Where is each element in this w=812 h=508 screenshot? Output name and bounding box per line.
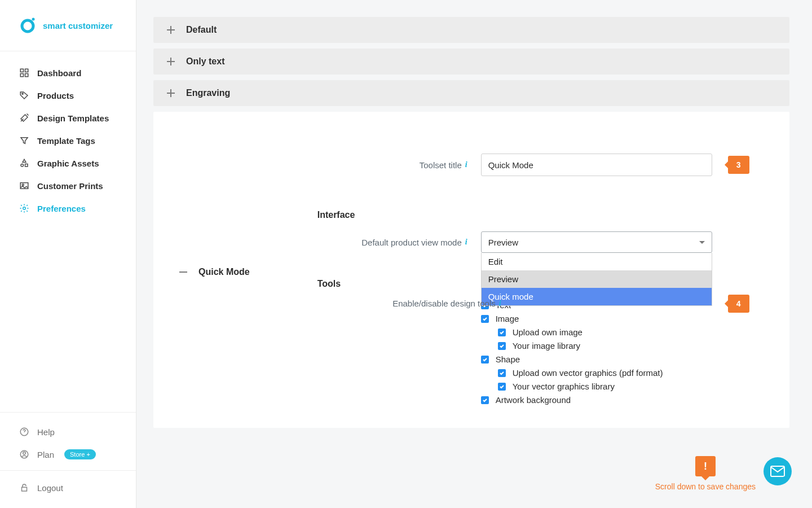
svg-point-10 (22, 184, 24, 186)
sidebar-item-preferences[interactable]: Preferences (0, 197, 136, 220)
plus-icon (166, 25, 176, 35)
lock-icon (19, 483, 29, 493)
check-your-image-library[interactable]: Your image library (498, 341, 712, 351)
image-icon (19, 181, 29, 191)
enable-tools-label: Enable/disable design tools i (340, 299, 515, 308)
sidebar-item-label: Template Tags (37, 136, 95, 146)
sidebar-item-label: Dashboard (37, 68, 81, 78)
sidebar-item-customer-prints[interactable]: Customer Prints (0, 174, 136, 197)
sidebar-item-graphic-assets[interactable]: Graphic Assets (0, 152, 136, 174)
tag-icon (19, 90, 29, 100)
sidebar-plan[interactable]: Plan Store + (0, 443, 136, 466)
dropdown-option-edit[interactable]: Edit (482, 253, 712, 270)
svg-point-1 (32, 18, 35, 21)
accordion-body: Toolset title i 3 Interface Default prod… (272, 120, 746, 420)
sidebar-item-template-tags[interactable]: Template Tags (0, 129, 136, 152)
svg-rect-15 (22, 487, 27, 491)
minus-icon (178, 267, 188, 277)
svg-point-14 (23, 452, 26, 455)
accordion-quick-mode: Quick Mode Toolset title i 3 Interface (153, 112, 789, 428)
toast-text: Scroll down to save changes (655, 482, 756, 491)
info-icon[interactable]: i (465, 238, 467, 246)
info-icon[interactable]: i (465, 161, 467, 169)
alert-icon: ! (695, 456, 716, 476)
view-mode-select[interactable]: Preview Edit Preview Quick mode (481, 231, 712, 253)
accordion-header[interactable]: Quick Mode (166, 259, 262, 281)
help-label: Help (37, 427, 55, 437)
accordion-title: Default (186, 25, 217, 35)
checkbox-icon (498, 342, 506, 350)
tools-icon (19, 113, 29, 123)
chat-button[interactable] (764, 457, 792, 485)
interface-heading: Interface (317, 210, 712, 220)
accordion-title: Only text (186, 56, 224, 67)
plus-icon (166, 88, 176, 98)
sidebar-item-label: Customer Prints (37, 181, 103, 191)
sidebar-item-design-templates[interactable]: Design Templates (0, 107, 136, 129)
logout-label: Logout (37, 483, 63, 493)
check-shape[interactable]: Shape (481, 354, 712, 364)
svg-rect-4 (20, 74, 23, 77)
user-icon (19, 449, 29, 459)
sidebar-item-dashboard[interactable]: Dashboard (0, 62, 136, 84)
view-mode-dropdown: Edit Preview Quick mode (481, 253, 712, 306)
accordion-title: Engraving (186, 88, 230, 98)
checkbox-icon (481, 315, 489, 323)
dashboard-icon (19, 68, 29, 78)
svg-rect-3 (25, 69, 28, 72)
dropdown-option-preview[interactable]: Preview (482, 270, 712, 288)
sidebar: smart customizer Dashboard Products Desi… (0, 0, 136, 508)
plan-badge: Store + (64, 449, 96, 459)
sidebar-footer: Help Plan Store + Logout (0, 412, 136, 508)
svg-rect-5 (25, 74, 28, 77)
check-your-vector-library[interactable]: Your vector graphics library (498, 382, 712, 391)
check-image[interactable]: Image (481, 314, 712, 323)
svg-point-11 (23, 207, 26, 210)
svg-rect-8 (25, 164, 28, 167)
main-content: Default Only text Engraving Quick Mode T… (136, 0, 812, 508)
accordion-default[interactable]: Default (153, 17, 789, 43)
caret-down-icon (699, 241, 705, 244)
info-icon[interactable]: i (499, 300, 501, 308)
svg-point-6 (22, 93, 23, 94)
svg-rect-2 (20, 69, 23, 72)
sidebar-item-products[interactable]: Products (0, 84, 136, 107)
checkbox-icon (498, 383, 506, 391)
checkbox-icon (498, 329, 506, 336)
toolset-title-label: Toolset title i (306, 160, 481, 170)
check-upload-own-vector[interactable]: Upload own vector graphics (pdf format) (498, 368, 712, 378)
accordion-title: Quick Mode (198, 267, 250, 277)
callout-4: 4 (728, 295, 749, 313)
brand-logo-icon (19, 17, 36, 34)
plus-icon (166, 56, 176, 67)
accordion-engraving[interactable]: Engraving (153, 80, 789, 106)
toolset-title-input[interactable] (481, 154, 712, 176)
sidebar-item-label: Products (37, 91, 74, 100)
sidebar-help[interactable]: Help (0, 421, 136, 443)
mail-icon (770, 466, 785, 477)
nav: Dashboard Products Design Templates Temp… (0, 51, 136, 412)
select-value: Preview (488, 238, 518, 247)
dropdown-option-quick-mode[interactable]: Quick mode (482, 288, 712, 305)
sidebar-item-label: Graphic Assets (37, 159, 99, 168)
brand-name: smart customizer (43, 21, 113, 30)
brand[interactable]: smart customizer (0, 0, 136, 51)
checkbox-icon (498, 369, 506, 377)
callout-3: 3 (728, 156, 749, 174)
sidebar-item-label: Preferences (37, 204, 86, 213)
svg-point-7 (21, 164, 24, 167)
filter-icon (19, 135, 29, 146)
sidebar-item-label: Design Templates (37, 113, 109, 123)
plan-label: Plan (37, 450, 54, 459)
gear-icon (19, 203, 29, 213)
view-mode-label: Default product view mode i (306, 238, 481, 247)
check-artwork-background[interactable]: Artwork background (481, 395, 712, 405)
save-toast: ! Scroll down to save changes (655, 456, 756, 491)
checkbox-icon (481, 356, 489, 364)
accordion-only-text[interactable]: Only text (153, 49, 789, 75)
check-upload-own-image[interactable]: Upload own image (498, 327, 712, 337)
checkbox-icon (481, 396, 489, 404)
sidebar-logout[interactable]: Logout (0, 476, 136, 499)
help-icon (19, 427, 29, 437)
shapes-icon (19, 158, 29, 168)
